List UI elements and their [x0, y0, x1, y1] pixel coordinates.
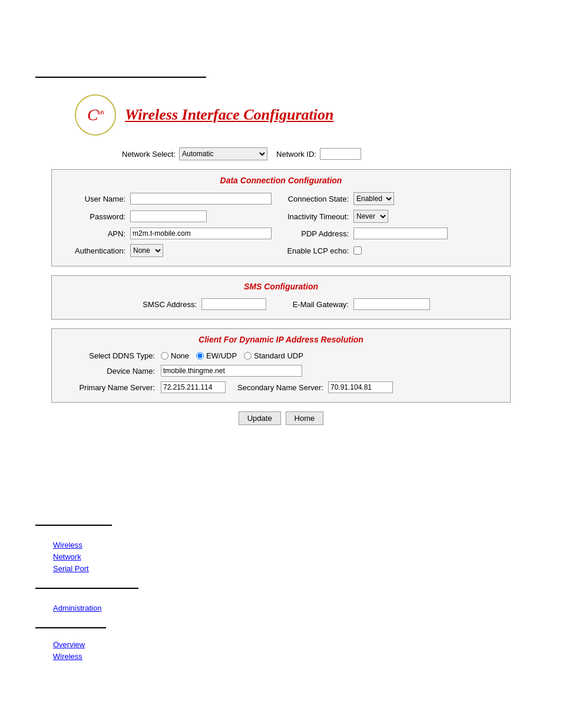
- pdp-address-label: PDP Address:: [284, 229, 349, 238]
- logo-small: teh: [98, 108, 104, 116]
- ddns-none-label: None: [171, 351, 189, 360]
- sms-config-box: SMS Configuration SMSC Address: E-Mail G…: [51, 275, 511, 319]
- bottom-line-1: [35, 525, 112, 526]
- network-select-dropdown[interactable]: Automatic Manual: [179, 147, 267, 160]
- authentication-select[interactable]: None PAP CHAP: [130, 244, 163, 257]
- connection-state-row: Connection State: Enabled Disabled: [284, 192, 501, 205]
- secondary-ns-label: Secondary Name Server:: [237, 383, 323, 392]
- lcp-echo-label: Enable LCP echo:: [284, 246, 349, 255]
- smsc-address-label: SMSC Address:: [132, 300, 197, 309]
- authentication-label: Authentication:: [61, 246, 125, 255]
- bottom-line-2: [35, 588, 138, 589]
- data-connection-grid: User Name: Connection State: Enabled Dis…: [61, 192, 501, 257]
- bottom-link-status-wireless[interactable]: Wireless: [53, 652, 138, 661]
- email-gateway-label: E-Mail Gateway:: [278, 300, 349, 309]
- data-connection-title: Data Connection Configuration: [61, 176, 501, 185]
- username-label: User Name:: [61, 195, 125, 203]
- primary-ns-label: Primary Name Server:: [61, 383, 155, 392]
- ddns-ewudp-radio[interactable]: [196, 352, 204, 360]
- pdp-address-input[interactable]: [353, 228, 448, 239]
- ddns-none-radio[interactable]: [161, 352, 168, 360]
- page-title: Wireless Interface Configuration: [125, 106, 333, 124]
- bottom-link-serialport[interactable]: Serial Port: [53, 564, 138, 573]
- network-id-label: Network ID:: [276, 150, 316, 159]
- lcp-echo-row: Enable LCP echo:: [284, 244, 501, 257]
- inactivity-timeout-select[interactable]: Never 5 min 10 min 30 min: [353, 210, 388, 223]
- bottom-section: Wireless Network Serial Port Administrat…: [35, 525, 138, 676]
- logo-text: Cteh: [87, 106, 104, 124]
- apn-label: APN:: [61, 229, 125, 238]
- username-input[interactable]: [130, 193, 272, 205]
- bottom-link-administration[interactable]: Administration: [53, 604, 138, 612]
- header-section: Cteh Wireless Interface Configuration: [51, 94, 511, 136]
- bottom-link-wireless[interactable]: Wireless: [53, 541, 138, 549]
- top-decorative-line: [35, 77, 206, 78]
- logo-circle: Cteh: [75, 94, 116, 136]
- sms-config-title: SMS Configuration: [61, 282, 501, 291]
- bottom-link-network[interactable]: Network: [53, 552, 138, 561]
- ddns-grid: Select DDNS Type: None EW/UDP Standard U…: [61, 351, 501, 393]
- smsc-address-input[interactable]: [201, 298, 266, 310]
- lcp-echo-checkbox[interactable]: [353, 246, 362, 255]
- smsc-address-row: SMSC Address:: [132, 298, 266, 310]
- device-name-row: Device Name:: [61, 365, 501, 377]
- device-name-input[interactable]: [161, 365, 302, 377]
- update-button[interactable]: Update: [239, 411, 281, 425]
- main-content: Cteh Wireless Interface Configuration Ne…: [51, 94, 511, 437]
- ddns-config-box: Client For Dynamic IP Address Resolution…: [51, 328, 511, 403]
- apn-row: APN:: [61, 228, 278, 239]
- network-id-input[interactable]: [320, 148, 361, 160]
- pdp-address-row: PDP Address:: [284, 228, 501, 239]
- username-row: User Name:: [61, 192, 278, 205]
- connection-state-label: Connection State:: [284, 195, 349, 203]
- data-connection-box: Data Connection Configuration User Name:…: [51, 169, 511, 266]
- inactivity-timeout-label: Inactivity Timeout:: [284, 212, 349, 221]
- authentication-row: Authentication: None PAP CHAP: [61, 244, 278, 257]
- ddns-standardudp-radio[interactable]: [244, 352, 252, 360]
- network-select-row: Network Select: Automatic Manual Network…: [51, 147, 511, 160]
- password-row: Password:: [61, 210, 278, 223]
- inactivity-timeout-row: Inactivity Timeout: Never 5 min 10 min 3…: [284, 210, 501, 223]
- bottom-line-3: [35, 627, 106, 628]
- email-gateway-input[interactable]: [353, 298, 430, 310]
- network-select-label: Network Select:: [122, 150, 176, 159]
- ddns-type-row: Select DDNS Type: None EW/UDP Standard U…: [61, 351, 501, 360]
- ddns-standardudp-label: Standard UDP: [254, 351, 303, 360]
- bottom-links-group3: Overview Wireless: [53, 640, 138, 661]
- logo-c: C: [87, 106, 98, 124]
- bottom-link-status-overview[interactable]: Overview: [53, 640, 138, 649]
- password-label: Password:: [61, 212, 125, 221]
- ddns-type-label: Select DDNS Type:: [61, 351, 155, 360]
- email-gateway-row: E-Mail Gateway:: [278, 298, 430, 310]
- bottom-links-group2: Administration: [53, 604, 138, 612]
- name-server-row: Primary Name Server: Secondary Name Serv…: [61, 381, 501, 393]
- apn-input[interactable]: [130, 228, 272, 239]
- bottom-links-group1: Wireless Network Serial Port: [53, 541, 138, 573]
- primary-ns-input[interactable]: [161, 381, 226, 393]
- home-button[interactable]: Home: [286, 411, 324, 425]
- ddns-ewudp-label: EW/UDP: [206, 351, 237, 360]
- ddns-ewudp-option[interactable]: EW/UDP: [196, 351, 237, 360]
- password-input[interactable]: [130, 210, 207, 222]
- device-name-label: Device Name:: [61, 367, 155, 375]
- ddns-standardudp-option[interactable]: Standard UDP: [244, 351, 303, 360]
- ddns-none-option[interactable]: None: [161, 351, 189, 360]
- secondary-ns-input[interactable]: [328, 381, 393, 393]
- ddns-radio-group: None EW/UDP Standard UDP: [161, 351, 303, 360]
- connection-state-select[interactable]: Enabled Disabled: [353, 192, 394, 205]
- ddns-config-title: Client For Dynamic IP Address Resolution: [61, 335, 501, 344]
- sms-grid: SMSC Address: E-Mail Gateway:: [61, 298, 501, 310]
- button-row: Update Home: [51, 411, 511, 425]
